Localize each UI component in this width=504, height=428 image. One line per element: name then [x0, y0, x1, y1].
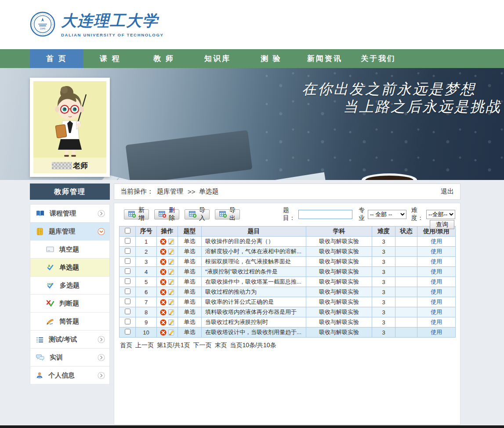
question-title: 吸收操作的目的是分离（） [202, 237, 306, 247]
export-button[interactable]: 导出 [215, 209, 240, 219]
pagination-prev[interactable]: 上一页 [135, 342, 154, 349]
sidebar-item-test-exam[interactable]: 测试/考试 [30, 331, 109, 349]
nav-item-home[interactable]: 首 页 [30, 49, 83, 68]
use-toggle-link[interactable]: 使用 [431, 278, 442, 285]
table-row: 7单选吸收率的计算公式正确的是吸收与解吸实验3使用 [120, 297, 456, 307]
question-difficulty: 3 [372, 247, 395, 257]
search-button[interactable]: 查询 [430, 220, 454, 229]
delete-icon[interactable] [160, 319, 167, 326]
use-toggle-link[interactable]: 使用 [431, 319, 442, 325]
use-toggle-link[interactable]: 使用 [431, 248, 442, 255]
edit-icon[interactable] [168, 238, 174, 245]
table-export-icon [219, 211, 227, 218]
question-status [395, 237, 417, 247]
question-title: 吸收率的计算公式正确的是 [202, 297, 306, 307]
nav-item-knowledge[interactable]: 知识库 [191, 49, 244, 68]
edit-icon[interactable] [168, 289, 174, 295]
sidebar-item-personal-info[interactable]: 个人信息 [30, 367, 109, 385]
pagination-count: 当页10条/共10条 [230, 342, 276, 349]
question-status [395, 327, 417, 338]
question-status [395, 277, 417, 287]
pagination-next[interactable]: 下一页 [193, 342, 211, 349]
row-checkbox[interactable] [125, 258, 131, 264]
nav-item-about[interactable]: 关于我们 [352, 49, 405, 68]
question-status [395, 287, 417, 297]
edit-icon[interactable] [168, 279, 174, 285]
row-number: 7 [136, 297, 157, 307]
delete-icon[interactable] [160, 248, 167, 255]
use-toggle-link[interactable]: 使用 [431, 238, 442, 245]
difficulty-filter-label: 难度： [411, 206, 425, 222]
question-difficulty: 3 [372, 277, 395, 287]
use-toggle-link[interactable]: 使用 [431, 258, 442, 265]
logout-button[interactable]: 退出 [441, 187, 454, 196]
question-difficulty: 3 [372, 317, 395, 327]
slogan-line1: 在你出发之前永远是梦想 [302, 80, 501, 98]
select-all-checkbox[interactable] [125, 228, 131, 234]
sidebar-item-judge[interactable]: 判断题 [30, 295, 109, 313]
sidebar-item-fill-blank[interactable]: 填空题 [30, 241, 109, 259]
row-checkbox[interactable] [125, 309, 131, 314]
use-toggle-link[interactable]: 使用 [431, 268, 442, 275]
pagination-first[interactable]: 首页 [120, 342, 132, 349]
use-toggle-link[interactable]: 使用 [431, 329, 442, 335]
sidebar-item-multi-choice[interactable]: ABC多选题 [30, 277, 109, 295]
row-checkbox[interactable] [125, 278, 131, 284]
sidebar-item-course-management[interactable]: 课程管理 [30, 205, 109, 223]
delete-button[interactable]: 删除 [154, 209, 179, 219]
row-checkbox[interactable] [125, 268, 131, 274]
nav-item-teacher[interactable]: 教 师 [137, 49, 191, 68]
nav-item-quiz[interactable]: 测 验 [244, 49, 298, 68]
question-type: 单选 [178, 307, 202, 317]
edit-icon[interactable] [168, 329, 174, 336]
breadcrumb-section[interactable]: 题库管理 [157, 187, 183, 196]
sidebar-item-training[interactable]: 实训 [30, 349, 109, 367]
edit-icon[interactable] [168, 319, 174, 326]
use-toggle-link[interactable]: 使用 [431, 309, 442, 315]
title-filter-input[interactable] [298, 210, 352, 219]
edit-icon[interactable] [168, 269, 174, 275]
edit-icon[interactable] [168, 248, 174, 255]
row-number: 9 [136, 317, 157, 327]
row-checkbox[interactable] [125, 248, 131, 254]
delete-icon[interactable] [160, 329, 167, 336]
edit-icon[interactable] [168, 309, 174, 316]
pagination-last[interactable]: 末页 [214, 342, 227, 349]
question-subject: 吸收与解吸实验 [306, 307, 372, 317]
banner: 在你出发之前永远是梦想 当上路之后永远是挑战 [0, 68, 504, 180]
row-checkbox[interactable] [125, 319, 131, 324]
row-checkbox[interactable] [125, 299, 131, 304]
sidebar-item-short-answer[interactable]: 简答题 [30, 313, 109, 331]
notebook-icon [36, 228, 44, 235]
row-checkbox[interactable] [125, 238, 131, 244]
sidebar-item-question-bank[interactable]: 题库管理 [30, 223, 109, 241]
question-status [395, 297, 417, 307]
teacher-name-caption: 老师 [33, 158, 106, 173]
nav-item-news[interactable]: 新闻资讯 [298, 49, 352, 68]
use-toggle-link[interactable]: 使用 [431, 299, 442, 305]
delete-icon[interactable] [160, 289, 167, 295]
question-subject: 吸收与解吸实验 [306, 317, 372, 327]
table-row: 2单选溶解度较小时，气体在液相中的溶解...吸收与解吸实验3使用 [120, 247, 456, 257]
use-toggle-link[interactable]: 使用 [431, 288, 442, 295]
row-checkbox[interactable] [125, 329, 131, 334]
delete-icon[interactable] [160, 309, 167, 316]
sidebar-item-single-choice[interactable]: A单选题 [30, 259, 109, 277]
chevron-right-circle-icon [98, 372, 105, 379]
edit-icon[interactable] [168, 259, 174, 265]
delete-icon[interactable] [160, 259, 167, 265]
add-button[interactable]: 新增 [124, 209, 149, 219]
edit-icon[interactable] [168, 299, 174, 306]
nav-item-course[interactable]: 课 程 [83, 49, 137, 68]
breadcrumb-page[interactable]: 单选题 [199, 187, 219, 196]
row-number: 2 [136, 247, 157, 257]
column-header-1: 序号 [136, 227, 157, 237]
delete-icon[interactable] [160, 279, 167, 285]
row-checkbox[interactable] [125, 288, 131, 294]
difficulty-select[interactable]: --全部-- [426, 210, 455, 219]
delete-icon[interactable] [160, 269, 167, 275]
major-select[interactable]: -- 全部 -- [368, 210, 406, 219]
delete-icon[interactable] [160, 299, 167, 306]
import-button[interactable]: 导入 [185, 209, 210, 219]
delete-icon[interactable] [160, 238, 167, 245]
